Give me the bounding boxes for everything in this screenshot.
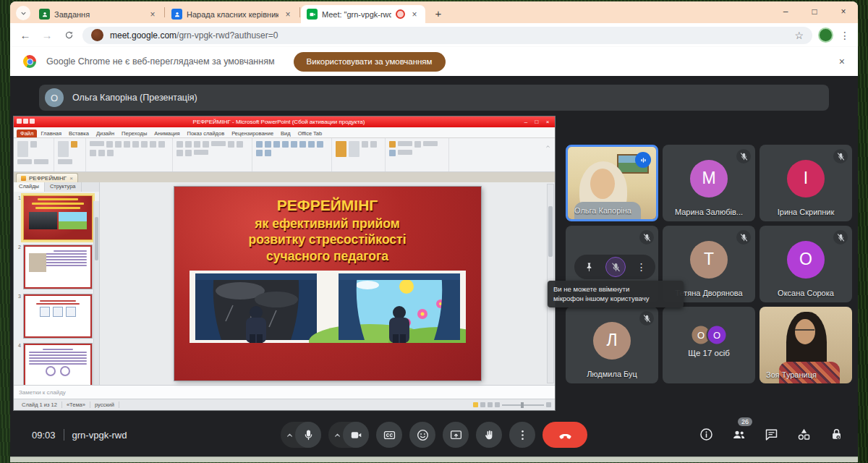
mic-off-icon [833, 149, 848, 163]
ppt-ribbon [14, 138, 555, 172]
tab-close-icon[interactable]: × [409, 9, 420, 20]
default-browser-banner: Google Chrome не є веб-переглядачем за у… [10, 47, 858, 76]
profile-avatar[interactable] [818, 27, 833, 43]
ppt-tab-transitions: Переходы [118, 129, 150, 137]
banner-close-icon[interactable]: × [839, 56, 845, 67]
mic-button[interactable] [295, 422, 321, 448]
close-button[interactable]: × [829, 1, 858, 22]
tab-zavdannia[interactable]: Завдання × [33, 5, 163, 23]
bookmark-star-icon[interactable]: ☆ [794, 30, 804, 41]
meet-side-controls: 26 [699, 427, 845, 443]
tab-narada[interactable]: Нарада класних керівників × [166, 5, 299, 23]
captions-button[interactable] [376, 422, 402, 448]
avatar: Л [593, 322, 631, 360]
ppt-window-title: РЕФРЕЙМІНГ - Microsoft PowerPoint (Сбой … [38, 119, 519, 125]
participant-name: Зоя Тураниця [766, 370, 817, 379]
tab-close-icon[interactable]: × [283, 9, 293, 20]
participant-count-badge: 26 [738, 417, 752, 426]
address-bar[interactable]: meet.google.com/grn-vpgk-rwd?authuser=0 … [82, 27, 812, 44]
presenter-banner[interactable]: О Ольга Капоріна (Презентація) [39, 85, 829, 111]
mute-participant-icon[interactable] [605, 257, 626, 277]
participant-name: Людмила Буц [566, 370, 658, 378]
ppt-ribbon-tabs: Файл Главная Вставка Дизайн Переходы Ани… [14, 127, 555, 138]
mic-options-chevron-icon[interactable] [284, 430, 295, 441]
recording-indicator-icon [396, 9, 405, 19]
mic-control-group [281, 422, 321, 448]
reload-button[interactable] [61, 27, 77, 43]
participant-tile-oksana[interactable]: О Оксана Сорока [760, 226, 852, 302]
site-favicon [91, 29, 103, 41]
new-tab-button[interactable]: + [430, 7, 447, 20]
meeting-info: 09:03 grn-vpgk-rwd [32, 429, 213, 441]
participant-grid: Ольга Капоріна М Марина Залюбів... І Іри… [566, 145, 852, 383]
end-call-button[interactable] [542, 422, 587, 448]
ppt-tab-officetab: Office Tab [294, 129, 326, 137]
ppt-panel-tab-outline: Структура [45, 182, 82, 192]
classroom-icon [39, 9, 50, 20]
minimize-button[interactable]: – [771, 1, 800, 22]
speaking-indicator-icon [635, 152, 651, 168]
participant-tile-liudmyla[interactable]: Л Людмила Буц [566, 307, 658, 383]
ppt-slide-canvas: РЕФРЕЙМІНГ як ефективний прийом розвитку… [100, 182, 555, 385]
tab-search-icon[interactable] [16, 6, 30, 20]
avatar: Т [690, 241, 728, 279]
present-screen-button[interactable] [443, 422, 469, 448]
meeting-code: grn-vpgk-rwd [72, 430, 127, 441]
mic-off-icon [833, 230, 848, 245]
activities-button[interactable] [796, 427, 812, 443]
panel-scrollbar[interactable] [93, 201, 99, 385]
ppt-tab-insert: Вставка [65, 129, 93, 137]
browser-menu-icon[interactable]: ⋮ [839, 30, 851, 41]
maximize-button[interactable]: □ [800, 1, 829, 22]
url-text[interactable]: meet.google.com/grn-vpgk-rwd?authuser=0 [110, 30, 788, 41]
slide-number: 2 [15, 245, 21, 289]
pin-icon[interactable] [583, 261, 595, 273]
avatar: О [707, 325, 728, 346]
url-host: meet.google.com [110, 30, 176, 41]
status-slide-count: Слайд 1 из 12 [17, 402, 62, 408]
notes-placeholder: Заметки к слайду [19, 389, 66, 396]
banner-message: Google Chrome не є веб-переглядачем за у… [46, 56, 275, 67]
camera-button[interactable] [343, 422, 369, 448]
clock: 09:03 [32, 430, 56, 441]
url-path: /grn-vpgk-rwd?authuser=0 [176, 30, 278, 41]
participant-tile-zoia[interactable]: Зоя Тураниця [760, 307, 852, 383]
set-default-button[interactable]: Використовувати за умовчанням [294, 52, 446, 72]
meeting-doc-icon [171, 9, 182, 20]
avatar: М [690, 160, 728, 197]
participant-tile-olga[interactable]: Ольга Капоріна [566, 145, 658, 221]
mic-off-icon [736, 230, 751, 245]
slide-title-line: сучасного педагога [248, 248, 406, 264]
slide-title-line: РЕФРЕЙМІНГ [248, 196, 406, 216]
tab-close-icon[interactable]: × [148, 9, 158, 20]
forward-button[interactable]: → [39, 27, 55, 43]
ppt-slide-panel: Слайды Структура 1 [14, 182, 100, 385]
meeting-details-button[interactable] [699, 427, 715, 443]
slide-title-line: як ефективний прийом [248, 216, 406, 232]
meet-bottom-bar: 09:03 grn-vpgk-rwd [10, 412, 858, 457]
raise-hand-button[interactable] [476, 422, 502, 448]
tooltip-line: Ви не можете ввімкнути [553, 285, 629, 293]
ppt-status-bar: Слайд 1 из 12 «Тема» русский [14, 399, 555, 410]
tab-label: Нарада класних керівників [187, 10, 278, 19]
host-controls-button[interactable] [829, 427, 845, 443]
reactions-button[interactable] [409, 422, 435, 448]
camera-options-chevron-icon[interactable] [332, 430, 343, 441]
ribbon-group [252, 138, 332, 171]
tile-hover-controls: ⋮ [574, 255, 655, 279]
tile-more-options-icon[interactable]: ⋮ [637, 261, 647, 273]
participant-tile-iryna[interactable]: І Ірина Скрипник [760, 145, 852, 221]
ppt-doc-tab-label: РЕФРЕЙМІНГ [29, 175, 67, 182]
window-controls: – □ × [771, 1, 858, 22]
participant-tile-maryna[interactable]: М Марина Залюбів... [663, 145, 755, 221]
ribbon-collapse-icon [541, 138, 555, 154]
participants-button[interactable]: 26 [731, 427, 747, 443]
chat-button[interactable] [764, 427, 780, 443]
browser-window: Завдання × Нарада класних керівників × M… [10, 1, 858, 457]
presenter-avatar: О [45, 88, 64, 107]
participant-tile-overflow[interactable]: О О Ще 17 осіб [663, 307, 755, 383]
ppt-doc-icon [21, 176, 26, 181]
back-button[interactable]: ← [17, 27, 33, 43]
tab-meet-active[interactable]: Meet: "grn-vpgk-rwd" × [301, 5, 425, 23]
more-options-button[interactable] [509, 422, 535, 448]
